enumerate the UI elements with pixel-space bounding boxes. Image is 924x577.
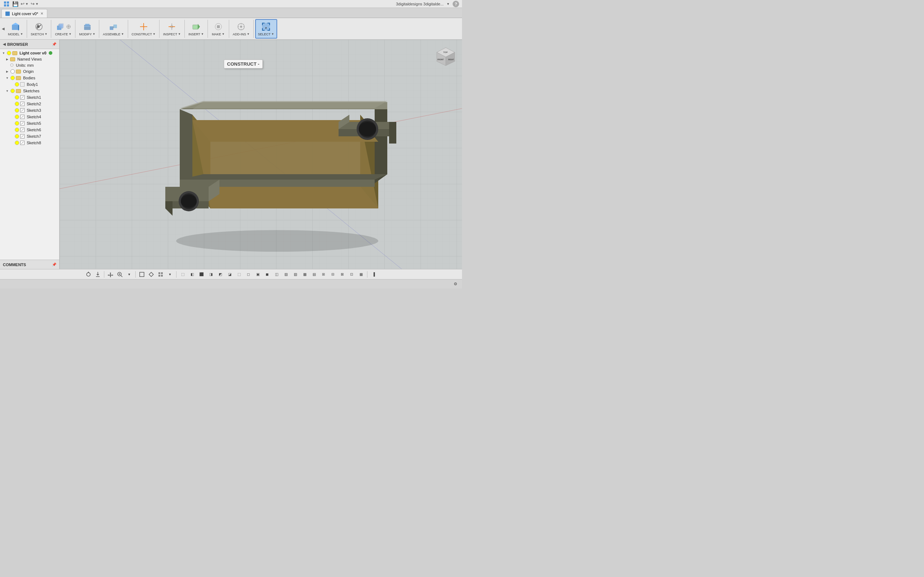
undo-button[interactable]: ↩▼ — [21, 1, 29, 6]
tree-sketch8[interactable]: Sketch8 — [0, 140, 59, 146]
select-tool[interactable]: SELECT ▼ — [255, 19, 277, 39]
user-dropdown-icon[interactable]: ▼ — [446, 2, 450, 6]
assemble-tool[interactable]: ASSEMBLE ▼ — [101, 19, 126, 39]
toolbar-divider-4 — [99, 20, 99, 38]
bottom-tool-pan[interactable] — [107, 271, 115, 279]
sketch-tool[interactable]: A SKETCH ▼ — [29, 19, 50, 39]
bottom-tool-zoom-in[interactable] — [116, 271, 124, 279]
svg-point-80 — [359, 122, 376, 136]
bottom-tool-end[interactable]: ▐ — [370, 271, 378, 279]
svg-line-45 — [21, 129, 23, 131]
sidebar-toggle[interactable]: ◀ — [2, 22, 5, 36]
tree-sketch2[interactable]: Sketch2 — [0, 101, 59, 107]
bottom-tool-v12[interactable]: ▨ — [282, 271, 290, 279]
root-light-icon — [6, 50, 11, 56]
origin-expand[interactable]: ▶ — [5, 69, 10, 74]
tree-sketch1[interactable]: Sketch1 — [0, 94, 59, 101]
tree-body1[interactable]: Body1 — [0, 81, 59, 88]
toolbar-divider-9 — [229, 20, 229, 38]
modify-icon — [82, 22, 92, 32]
svg-line-93 — [121, 275, 123, 277]
named-views-expand[interactable]: ▶ — [5, 57, 10, 61]
make-tool[interactable]: MAKE ▼ — [209, 19, 228, 39]
svg-marker-61 — [375, 102, 387, 183]
bottom-tool-v10[interactable]: ◼ — [263, 271, 271, 279]
bottom-tool-v7[interactable]: ⬚ — [235, 271, 243, 279]
bottom-tool-v5[interactable]: ◩ — [216, 271, 224, 279]
tree-named-views[interactable]: ▶ Named Views — [0, 56, 59, 62]
svg-text:FRONT: FRONT — [438, 58, 444, 61]
sketch6-light-icon — [15, 127, 19, 132]
tree-origin[interactable]: ▶ Origin — [0, 68, 59, 75]
bottom-tool-v9[interactable]: ▣ — [254, 271, 262, 279]
inspect-tool[interactable]: INSPECT ▼ — [161, 19, 183, 39]
bottom-tool-zoom-dropdown[interactable]: ▼ — [125, 271, 133, 279]
bottom-tool-v8[interactable]: ◻ — [244, 271, 252, 279]
units-icon: ⬡ — [10, 63, 14, 68]
tab-title: Light cover v0* — [12, 11, 38, 16]
addins-tool[interactable]: ADD-INS ▼ — [231, 19, 252, 39]
create-tool[interactable]: CREATE ▼ — [53, 19, 74, 39]
inspect-icon — [167, 22, 177, 32]
comments-panel[interactable]: COMMENTS 📌 — [0, 259, 59, 269]
units-label: Units: mm — [16, 63, 34, 68]
bottom-tool-v3[interactable]: ⬛ — [197, 271, 205, 279]
bottom-tool-drop[interactable] — [94, 271, 102, 279]
bottom-tool-move[interactable] — [84, 271, 92, 279]
comments-pin-button[interactable]: 📌 — [52, 263, 56, 266]
view-cube[interactable]: TOP FRONT RIGHT — [433, 43, 459, 69]
bottom-tool-view1[interactable] — [138, 271, 146, 279]
status-settings-icon[interactable]: ⚙ — [452, 280, 459, 288]
tree-bodies[interactable]: ▼ Bodies — [0, 75, 59, 81]
insert-tool[interactable]: INSERT ▼ — [186, 19, 206, 39]
bottom-tool-v18[interactable]: ⊠ — [338, 271, 346, 279]
bottom-tool-v17[interactable]: ⊟ — [329, 271, 337, 279]
bottom-tool-v20[interactable]: ▦ — [357, 271, 365, 279]
redo-button[interactable]: ↪▼ — [31, 1, 39, 6]
bottom-tool-view2[interactable] — [147, 271, 155, 279]
viewport[interactable]: CONSTRUCT - TOP FRONT RIGHT — [60, 40, 462, 269]
bottom-tool-v15[interactable]: ▤ — [310, 271, 318, 279]
document-tab[interactable]: Light cover v0* ✕ — [2, 9, 47, 18]
bottom-tool-v1[interactable]: ⬚ — [179, 271, 187, 279]
svg-point-53 — [176, 230, 378, 252]
tree-sketch7[interactable]: Sketch7 — [0, 133, 59, 140]
make-label: MAKE — [212, 32, 221, 36]
tree-root[interactable]: ▼ Light cover v0 — [0, 50, 59, 56]
sketches-label: Sketches — [23, 89, 39, 93]
bottom-tool-v6[interactable]: ◪ — [226, 271, 234, 279]
construct-tool[interactable]: CONSTRUCT ▼ — [129, 19, 158, 39]
svg-text:TOP: TOP — [443, 51, 447, 53]
tree-sketch3[interactable]: Sketch3 — [0, 107, 59, 114]
save-icon[interactable]: 💾 — [12, 1, 18, 7]
bottom-tool-v13[interactable]: ▧ — [291, 271, 299, 279]
browser-back-button[interactable]: ◀ — [3, 42, 6, 46]
inspect-chevron: ▼ — [178, 32, 181, 36]
bottom-tool-v16[interactable]: ⊞ — [320, 271, 327, 279]
bottom-tool-v19[interactable]: ⊡ — [347, 271, 355, 279]
bottom-tool-grid-dropdown[interactable]: ▼ — [166, 271, 174, 279]
browser-pin-button[interactable]: 📌 — [52, 42, 56, 46]
model-tool[interactable]: MODEL ▼ — [6, 19, 25, 39]
tab-bar: Light cover v0* ✕ — [0, 8, 462, 18]
app-grid-icon[interactable] — [3, 0, 10, 8]
bodies-expand[interactable]: ▼ — [5, 76, 10, 80]
modify-tool[interactable]: MODIFY ▼ — [77, 19, 97, 39]
sketches-expand[interactable]: ▼ — [5, 89, 10, 93]
tree-sketch5[interactable]: Sketch5 — [0, 120, 59, 127]
svg-rect-11 — [59, 23, 63, 28]
tree-sketch6[interactable]: Sketch6 — [0, 127, 59, 133]
tree-sketches[interactable]: ▼ Sketches — [0, 88, 59, 94]
svg-rect-96 — [140, 272, 144, 277]
bottom-tool-v4[interactable]: ◨ — [207, 271, 215, 279]
tree-sketch4[interactable]: Sketch4 — [0, 114, 59, 120]
help-button[interactable]: ? — [452, 1, 459, 7]
bottom-tool-v14[interactable]: ▩ — [300, 271, 309, 279]
svg-rect-0 — [4, 2, 6, 3]
bottom-tool-v11[interactable]: ◫ — [273, 271, 281, 279]
bottom-tool-v2[interactable]: ◧ — [188, 271, 196, 279]
root-expand[interactable]: ▼ — [2, 51, 6, 55]
sketch3-sketch-icon — [20, 108, 24, 113]
tab-close-button[interactable]: ✕ — [40, 11, 43, 16]
bottom-tool-view3[interactable] — [157, 271, 165, 279]
